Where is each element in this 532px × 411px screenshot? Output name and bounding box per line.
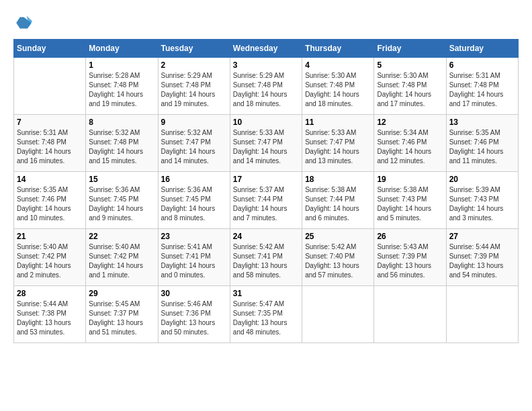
calendar-cell: 29Sunrise: 5:45 AM Sunset: 7:37 PM Dayli… bbox=[86, 286, 158, 343]
logo-icon bbox=[13, 13, 32, 32]
calendar-cell: 10Sunrise: 5:33 AM Sunset: 7:47 PM Dayli… bbox=[230, 115, 302, 172]
day-number: 3 bbox=[233, 60, 299, 70]
day-number: 18 bbox=[305, 175, 371, 184]
calendar-cell: 28Sunrise: 5:44 AM Sunset: 7:38 PM Dayli… bbox=[14, 286, 86, 343]
calendar-cell: 25Sunrise: 5:42 AM Sunset: 7:40 PM Dayli… bbox=[302, 229, 374, 286]
week-row-4: 21Sunrise: 5:40 AM Sunset: 7:42 PM Dayli… bbox=[14, 229, 519, 286]
calendar-cell: 1Sunrise: 5:28 AM Sunset: 7:48 PM Daylig… bbox=[86, 58, 158, 115]
day-info: Sunrise: 5:29 AM Sunset: 7:48 PM Dayligh… bbox=[233, 71, 299, 109]
day-number: 28 bbox=[17, 289, 83, 298]
calendar-cell: 21Sunrise: 5:40 AM Sunset: 7:42 PM Dayli… bbox=[14, 229, 86, 286]
day-info: Sunrise: 5:43 AM Sunset: 7:39 PM Dayligh… bbox=[377, 242, 443, 280]
day-number: 25 bbox=[305, 232, 371, 241]
calendar-cell: 2Sunrise: 5:29 AM Sunset: 7:48 PM Daylig… bbox=[158, 58, 230, 115]
day-info: Sunrise: 5:38 AM Sunset: 7:43 PM Dayligh… bbox=[377, 185, 443, 223]
calendar-cell: 14Sunrise: 5:35 AM Sunset: 7:46 PM Dayli… bbox=[14, 172, 86, 229]
calendar-cell: 9Sunrise: 5:32 AM Sunset: 7:47 PM Daylig… bbox=[158, 115, 230, 172]
calendar-cell: 18Sunrise: 5:38 AM Sunset: 7:44 PM Dayli… bbox=[302, 172, 374, 229]
day-info: Sunrise: 5:32 AM Sunset: 7:48 PM Dayligh… bbox=[89, 128, 154, 166]
calendar-cell: 22Sunrise: 5:40 AM Sunset: 7:42 PM Dayli… bbox=[86, 229, 158, 286]
calendar-cell bbox=[14, 58, 86, 115]
day-info: Sunrise: 5:31 AM Sunset: 7:48 PM Dayligh… bbox=[449, 71, 515, 109]
calendar-cell: 15Sunrise: 5:36 AM Sunset: 7:45 PM Dayli… bbox=[86, 172, 158, 229]
calendar-cell: 20Sunrise: 5:39 AM Sunset: 7:43 PM Dayli… bbox=[446, 172, 518, 229]
calendar-cell: 27Sunrise: 5:44 AM Sunset: 7:39 PM Dayli… bbox=[446, 229, 518, 286]
day-info: Sunrise: 5:29 AM Sunset: 7:48 PM Dayligh… bbox=[161, 71, 227, 109]
day-number: 4 bbox=[305, 60, 371, 70]
day-number: 1 bbox=[89, 60, 154, 70]
day-info: Sunrise: 5:45 AM Sunset: 7:37 PM Dayligh… bbox=[89, 300, 154, 337]
calendar-cell: 24Sunrise: 5:42 AM Sunset: 7:41 PM Dayli… bbox=[230, 229, 302, 286]
calendar-cell: 19Sunrise: 5:38 AM Sunset: 7:43 PM Dayli… bbox=[374, 172, 446, 229]
day-info: Sunrise: 5:36 AM Sunset: 7:45 PM Dayligh… bbox=[89, 185, 154, 223]
day-info: Sunrise: 5:30 AM Sunset: 7:48 PM Dayligh… bbox=[377, 71, 443, 109]
day-info: Sunrise: 5:34 AM Sunset: 7:46 PM Dayligh… bbox=[377, 128, 443, 166]
week-row-1: 1Sunrise: 5:28 AM Sunset: 7:48 PM Daylig… bbox=[14, 58, 519, 115]
day-info: Sunrise: 5:38 AM Sunset: 7:44 PM Dayligh… bbox=[305, 185, 371, 223]
day-number: 8 bbox=[89, 118, 154, 127]
calendar-cell: 3Sunrise: 5:29 AM Sunset: 7:48 PM Daylig… bbox=[230, 58, 302, 115]
day-info: Sunrise: 5:35 AM Sunset: 7:46 PM Dayligh… bbox=[449, 128, 515, 166]
day-number: 9 bbox=[161, 118, 227, 127]
calendar-cell: 23Sunrise: 5:41 AM Sunset: 7:41 PM Dayli… bbox=[158, 229, 230, 286]
day-info: Sunrise: 5:42 AM Sunset: 7:40 PM Dayligh… bbox=[305, 242, 371, 280]
day-number: 31 bbox=[233, 289, 299, 298]
col-header-saturday: Saturday bbox=[446, 40, 518, 58]
day-number: 15 bbox=[89, 175, 154, 184]
day-info: Sunrise: 5:31 AM Sunset: 7:48 PM Dayligh… bbox=[17, 128, 83, 166]
col-header-sunday: Sunday bbox=[14, 40, 86, 58]
day-number: 21 bbox=[17, 232, 83, 241]
day-number: 24 bbox=[233, 232, 299, 241]
calendar-cell: 7Sunrise: 5:31 AM Sunset: 7:48 PM Daylig… bbox=[14, 115, 86, 172]
day-info: Sunrise: 5:40 AM Sunset: 7:42 PM Dayligh… bbox=[17, 242, 83, 280]
calendar-cell: 17Sunrise: 5:37 AM Sunset: 7:44 PM Dayli… bbox=[230, 172, 302, 229]
day-info: Sunrise: 5:44 AM Sunset: 7:39 PM Dayligh… bbox=[449, 242, 515, 280]
day-info: Sunrise: 5:39 AM Sunset: 7:43 PM Dayligh… bbox=[449, 185, 515, 223]
calendar-cell: 8Sunrise: 5:32 AM Sunset: 7:48 PM Daylig… bbox=[86, 115, 158, 172]
day-number: 27 bbox=[449, 232, 515, 241]
day-number: 30 bbox=[161, 289, 227, 298]
calendar-cell: 12Sunrise: 5:34 AM Sunset: 7:46 PM Dayli… bbox=[374, 115, 446, 172]
day-number: 13 bbox=[449, 118, 515, 127]
calendar-cell: 5Sunrise: 5:30 AM Sunset: 7:48 PM Daylig… bbox=[374, 58, 446, 115]
day-number: 19 bbox=[377, 175, 443, 184]
day-number: 14 bbox=[17, 175, 83, 184]
day-info: Sunrise: 5:35 AM Sunset: 7:46 PM Dayligh… bbox=[17, 185, 83, 223]
col-header-monday: Monday bbox=[86, 40, 158, 58]
col-header-friday: Friday bbox=[374, 40, 446, 58]
calendar-cell bbox=[374, 286, 446, 343]
calendar-cell: 6Sunrise: 5:31 AM Sunset: 7:48 PM Daylig… bbox=[446, 58, 518, 115]
day-number: 6 bbox=[449, 60, 515, 70]
logo bbox=[13, 13, 35, 32]
col-header-wednesday: Wednesday bbox=[230, 40, 302, 58]
day-info: Sunrise: 5:30 AM Sunset: 7:48 PM Dayligh… bbox=[305, 71, 371, 109]
day-number: 5 bbox=[377, 60, 443, 70]
day-number: 23 bbox=[161, 232, 227, 241]
calendar-cell: 26Sunrise: 5:43 AM Sunset: 7:39 PM Dayli… bbox=[374, 229, 446, 286]
day-info: Sunrise: 5:41 AM Sunset: 7:41 PM Dayligh… bbox=[161, 242, 227, 280]
week-row-3: 14Sunrise: 5:35 AM Sunset: 7:46 PM Dayli… bbox=[14, 172, 519, 229]
day-info: Sunrise: 5:33 AM Sunset: 7:47 PM Dayligh… bbox=[305, 128, 371, 166]
day-number: 26 bbox=[377, 232, 443, 241]
page-header bbox=[13, 13, 519, 32]
week-row-2: 7Sunrise: 5:31 AM Sunset: 7:48 PM Daylig… bbox=[14, 115, 519, 172]
day-number: 16 bbox=[161, 175, 227, 184]
day-info: Sunrise: 5:40 AM Sunset: 7:42 PM Dayligh… bbox=[89, 242, 154, 280]
day-number: 29 bbox=[89, 289, 154, 298]
day-info: Sunrise: 5:33 AM Sunset: 7:47 PM Dayligh… bbox=[233, 128, 299, 166]
header-row: SundayMondayTuesdayWednesdayThursdayFrid… bbox=[14, 40, 519, 58]
day-info: Sunrise: 5:37 AM Sunset: 7:44 PM Dayligh… bbox=[233, 185, 299, 223]
day-number: 12 bbox=[377, 118, 443, 127]
day-number: 20 bbox=[449, 175, 515, 184]
day-info: Sunrise: 5:46 AM Sunset: 7:36 PM Dayligh… bbox=[161, 300, 227, 337]
day-info: Sunrise: 5:42 AM Sunset: 7:41 PM Dayligh… bbox=[233, 242, 299, 280]
day-info: Sunrise: 5:28 AM Sunset: 7:48 PM Dayligh… bbox=[89, 71, 154, 109]
day-number: 11 bbox=[305, 118, 371, 127]
day-number: 10 bbox=[233, 118, 299, 127]
calendar-cell bbox=[446, 286, 518, 343]
calendar-cell: 30Sunrise: 5:46 AM Sunset: 7:36 PM Dayli… bbox=[158, 286, 230, 343]
day-number: 17 bbox=[233, 175, 299, 184]
day-number: 22 bbox=[89, 232, 154, 241]
calendar-cell: 13Sunrise: 5:35 AM Sunset: 7:46 PM Dayli… bbox=[446, 115, 518, 172]
calendar-cell bbox=[302, 286, 374, 343]
